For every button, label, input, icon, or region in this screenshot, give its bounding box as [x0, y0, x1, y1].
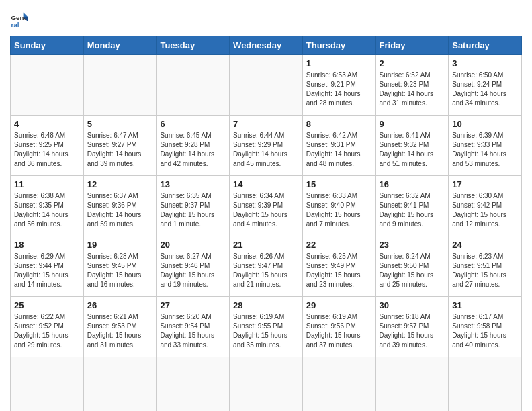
weekday-wednesday: Wednesday — [230, 36, 303, 55]
day-info: Sunrise: 6:34 AM Sunset: 9:39 PM Dayligh… — [233, 191, 299, 229]
calendar-cell: 20Sunrise: 6:27 AM Sunset: 9:46 PM Dayli… — [157, 236, 230, 297]
day-info: Sunrise: 6:24 AM Sunset: 9:50 PM Dayligh… — [380, 252, 445, 289]
calendar-row — [11, 357, 522, 412]
day-number: 26 — [87, 300, 153, 310]
day-info: Sunrise: 6:17 AM Sunset: 9:58 PM Dayligh… — [452, 312, 518, 350]
calendar-cell — [83, 357, 157, 412]
calendar-row: 25Sunrise: 6:22 AM Sunset: 9:52 PM Dayli… — [11, 297, 522, 357]
weekday-monday: Monday — [83, 36, 157, 55]
calendar-row: 18Sunrise: 6:29 AM Sunset: 9:44 PM Dayli… — [11, 236, 522, 297]
day-number: 16 — [380, 179, 445, 189]
calendar-cell: 28Sunrise: 6:19 AM Sunset: 9:55 PM Dayli… — [230, 297, 303, 357]
calendar-cell: 18Sunrise: 6:29 AM Sunset: 9:44 PM Dayli… — [11, 236, 84, 297]
calendar-cell: 7Sunrise: 6:44 AM Sunset: 9:29 PM Daylig… — [230, 116, 303, 176]
day-info: Sunrise: 6:20 AM Sunset: 9:54 PM Dayligh… — [160, 312, 226, 350]
calendar-cell — [157, 55, 230, 116]
weekday-thursday: Thursday — [302, 36, 375, 55]
day-info: Sunrise: 6:19 AM Sunset: 9:55 PM Dayligh… — [233, 312, 299, 350]
calendar-cell: 3Sunrise: 6:50 AM Sunset: 9:24 PM Daylig… — [449, 55, 522, 116]
calendar-table: SundayMondayTuesdayWednesdayThursdayFrid… — [10, 36, 522, 411]
svg-text:ral: ral — [11, 21, 19, 28]
calendar-cell: 14Sunrise: 6:34 AM Sunset: 9:39 PM Dayli… — [230, 176, 303, 236]
weekday-header-row: SundayMondayTuesdayWednesdayThursdayFrid… — [11, 36, 522, 55]
logo: Gene ral — [10, 10, 32, 29]
day-number: 21 — [233, 240, 299, 250]
calendar-cell: 9Sunrise: 6:41 AM Sunset: 9:32 PM Daylig… — [375, 116, 449, 176]
day-number: 4 — [14, 119, 80, 129]
day-info: Sunrise: 6:53 AM Sunset: 9:21 PM Dayligh… — [306, 71, 372, 108]
day-info: Sunrise: 6:29 AM Sunset: 9:44 PM Dayligh… — [14, 252, 80, 289]
page-header: Gene ral — [10, 10, 522, 29]
calendar-row: 11Sunrise: 6:38 AM Sunset: 9:35 PM Dayli… — [11, 176, 522, 236]
day-number: 18 — [14, 240, 80, 250]
day-number: 7 — [233, 119, 299, 129]
calendar-cell: 24Sunrise: 6:23 AM Sunset: 9:51 PM Dayli… — [449, 236, 522, 297]
calendar-cell: 4Sunrise: 6:48 AM Sunset: 9:25 PM Daylig… — [11, 116, 84, 176]
day-info: Sunrise: 6:33 AM Sunset: 9:40 PM Dayligh… — [306, 191, 372, 229]
day-info: Sunrise: 6:50 AM Sunset: 9:24 PM Dayligh… — [452, 71, 518, 108]
calendar-cell — [230, 55, 303, 116]
day-number: 28 — [233, 300, 299, 310]
day-number: 27 — [160, 300, 226, 310]
calendar-cell: 12Sunrise: 6:37 AM Sunset: 9:36 PM Dayli… — [83, 176, 157, 236]
day-number: 2 — [380, 58, 445, 68]
calendar-cell: 30Sunrise: 6:18 AM Sunset: 9:57 PM Dayli… — [375, 297, 449, 357]
day-number: 1 — [306, 58, 372, 68]
day-number: 12 — [87, 179, 153, 189]
day-info: Sunrise: 6:41 AM Sunset: 9:32 PM Dayligh… — [380, 131, 445, 169]
day-number: 8 — [306, 119, 372, 129]
day-info: Sunrise: 6:44 AM Sunset: 9:29 PM Dayligh… — [233, 131, 299, 169]
day-info: Sunrise: 6:26 AM Sunset: 9:47 PM Dayligh… — [233, 252, 299, 289]
calendar-cell — [230, 357, 303, 412]
day-info: Sunrise: 6:32 AM Sunset: 9:41 PM Dayligh… — [380, 191, 445, 229]
day-number: 24 — [452, 240, 518, 250]
day-info: Sunrise: 6:23 AM Sunset: 9:51 PM Dayligh… — [452, 252, 518, 289]
day-info: Sunrise: 6:19 AM Sunset: 9:56 PM Dayligh… — [306, 312, 372, 350]
calendar-body: 1Sunrise: 6:53 AM Sunset: 9:21 PM Daylig… — [11, 55, 522, 412]
calendar-cell: 6Sunrise: 6:45 AM Sunset: 9:28 PM Daylig… — [157, 116, 230, 176]
day-info: Sunrise: 6:30 AM Sunset: 9:42 PM Dayligh… — [452, 191, 518, 229]
calendar-cell: 26Sunrise: 6:21 AM Sunset: 9:53 PM Dayli… — [83, 297, 157, 357]
day-info: Sunrise: 6:28 AM Sunset: 9:45 PM Dayligh… — [87, 252, 153, 289]
day-number: 23 — [380, 240, 445, 250]
calendar-cell: 17Sunrise: 6:30 AM Sunset: 9:42 PM Dayli… — [449, 176, 522, 236]
calendar-cell — [157, 357, 230, 412]
calendar-row: 1Sunrise: 6:53 AM Sunset: 9:21 PM Daylig… — [11, 55, 522, 116]
logo-icon: Gene ral — [10, 10, 29, 29]
day-info: Sunrise: 6:21 AM Sunset: 9:53 PM Dayligh… — [87, 312, 153, 350]
day-info: Sunrise: 6:27 AM Sunset: 9:46 PM Dayligh… — [160, 252, 226, 289]
day-number: 19 — [87, 240, 153, 250]
day-number: 15 — [306, 179, 372, 189]
day-info: Sunrise: 6:42 AM Sunset: 9:31 PM Dayligh… — [306, 131, 372, 169]
calendar-cell: 2Sunrise: 6:52 AM Sunset: 9:23 PM Daylig… — [375, 55, 449, 116]
day-number: 3 — [452, 58, 518, 68]
day-info: Sunrise: 6:48 AM Sunset: 9:25 PM Dayligh… — [14, 131, 80, 169]
calendar-cell — [11, 357, 84, 412]
weekday-saturday: Saturday — [449, 36, 522, 55]
day-number: 11 — [14, 179, 80, 189]
calendar-cell: 16Sunrise: 6:32 AM Sunset: 9:41 PM Dayli… — [375, 176, 449, 236]
day-info: Sunrise: 6:38 AM Sunset: 9:35 PM Dayligh… — [14, 191, 80, 229]
calendar-cell: 8Sunrise: 6:42 AM Sunset: 9:31 PM Daylig… — [302, 116, 375, 176]
calendar-cell: 15Sunrise: 6:33 AM Sunset: 9:40 PM Dayli… — [302, 176, 375, 236]
weekday-friday: Friday — [375, 36, 449, 55]
day-number: 30 — [380, 300, 445, 310]
calendar-cell: 1Sunrise: 6:53 AM Sunset: 9:21 PM Daylig… — [302, 55, 375, 116]
day-info: Sunrise: 6:47 AM Sunset: 9:27 PM Dayligh… — [87, 131, 153, 169]
day-info: Sunrise: 6:35 AM Sunset: 9:37 PM Dayligh… — [160, 191, 226, 229]
calendar-cell — [83, 55, 157, 116]
calendar-cell: 5Sunrise: 6:47 AM Sunset: 9:27 PM Daylig… — [83, 116, 157, 176]
calendar-cell — [375, 357, 449, 412]
calendar-cell — [449, 357, 522, 412]
calendar-cell: 23Sunrise: 6:24 AM Sunset: 9:50 PM Dayli… — [375, 236, 449, 297]
calendar-row: 4Sunrise: 6:48 AM Sunset: 9:25 PM Daylig… — [11, 116, 522, 176]
day-info: Sunrise: 6:25 AM Sunset: 9:49 PM Dayligh… — [306, 252, 372, 289]
calendar-cell: 13Sunrise: 6:35 AM Sunset: 9:37 PM Dayli… — [157, 176, 230, 236]
calendar-cell: 31Sunrise: 6:17 AM Sunset: 9:58 PM Dayli… — [449, 297, 522, 357]
day-number: 6 — [160, 119, 226, 129]
day-info: Sunrise: 6:18 AM Sunset: 9:57 PM Dayligh… — [380, 312, 445, 350]
day-info: Sunrise: 6:45 AM Sunset: 9:28 PM Dayligh… — [160, 131, 226, 169]
calendar-cell: 22Sunrise: 6:25 AM Sunset: 9:49 PM Dayli… — [302, 236, 375, 297]
day-number: 5 — [87, 119, 153, 129]
day-info: Sunrise: 6:39 AM Sunset: 9:33 PM Dayligh… — [452, 131, 518, 169]
